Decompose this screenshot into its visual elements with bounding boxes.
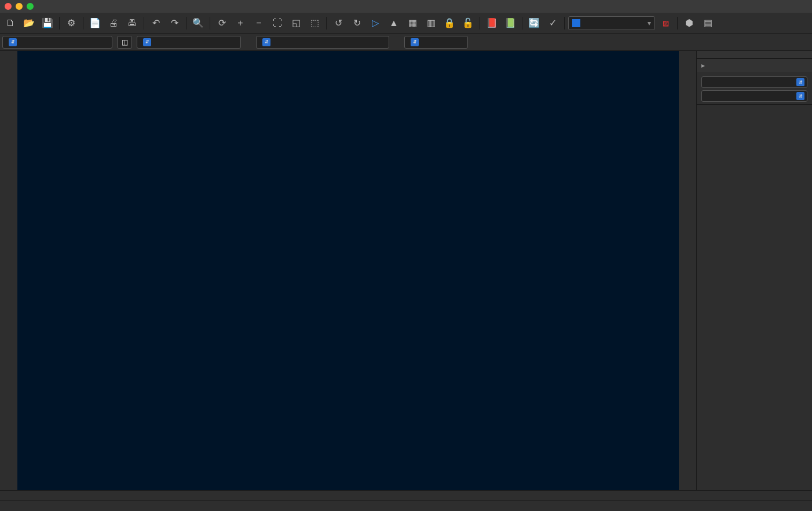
plot-icon[interactable]: 🖶 [124,15,140,31]
presets-selector[interactable]: ⇵ [701,76,807,88]
open-icon[interactable]: 📂 [21,15,37,31]
zoom-selection-icon[interactable]: ⬚ [306,15,323,31]
pcb-canvas[interactable] [17,51,679,490]
minimize-window-icon[interactable] [16,3,23,10]
footprint-browser-icon[interactable]: 📗 [502,15,518,31]
print-icon[interactable]: 🖨 [105,15,122,31]
layer-display-options[interactable] [697,58,812,72]
drc-icon[interactable]: ✓ [544,15,561,31]
window-controls [5,3,34,10]
status-bar-stats [0,490,812,501]
update-pcb-icon[interactable]: 🔄 [526,15,542,31]
right-toolbar [679,51,696,490]
zoom-fit-icon[interactable]: ⛶ [269,15,286,31]
group-icon[interactable]: ▦ [404,15,420,31]
undo-icon[interactable]: ↶ [148,15,164,31]
new-board-icon[interactable]: 🗋 [2,15,19,31]
auto-track-width-icon[interactable]: ◫ [117,36,132,49]
appearance-panel: ⇵ ⇵ [696,51,812,490]
active-layer-selector[interactable]: ▾ [568,16,655,30]
ungroup-icon[interactable]: ▥ [423,15,439,31]
scripting-console-icon[interactable]: ▤ [700,15,716,31]
via-size-selector[interactable]: ⇵ [137,36,241,49]
layer-swatch-icon [572,19,580,27]
lock-icon[interactable]: 🔒 [441,15,458,31]
titlebar [0,0,812,13]
selection-filter [697,104,812,112]
find-icon[interactable]: 🔍 [190,15,206,31]
status-bar-info [0,501,812,511]
page-settings-icon[interactable]: 📄 [87,15,103,31]
close-window-icon[interactable] [5,3,12,10]
left-toolbar [0,51,17,490]
zoom-refresh-icon[interactable]: ⟳ [214,15,230,31]
3d-viewer-icon[interactable]: ⬢ [681,15,697,31]
footprint-editor-icon[interactable]: 📕 [484,15,500,31]
mirror-v-icon[interactable]: ▷ [367,15,383,31]
zoom-out-icon[interactable]: − [251,15,267,31]
board-setup-icon[interactable]: ⚙ [63,15,79,31]
unlock-icon[interactable]: 🔓 [460,15,476,31]
rotate-cw-icon[interactable]: ↻ [349,15,365,31]
redo-icon[interactable]: ↷ [166,15,182,31]
options-toolbar: ⇵ ◫ ⇵ ⇵ ⇵ [0,34,812,51]
layer-pair-icon[interactable]: ▨ [657,15,674,31]
mirror-h-icon[interactable]: ▲ [386,15,402,31]
main-toolbar: 🗋 📂 💾 ⚙ 📄 🖨 🖶 ↶ ↷ 🔍 ⟳ + − ⛶ ◱ ⬚ ↺ ↻ ▷ ▲ … [0,13,812,34]
viewports-selector[interactable]: ⇵ [701,90,807,102]
zoom-in-icon[interactable]: + [232,15,248,31]
save-icon[interactable]: 💾 [39,15,56,31]
appearance-title [697,51,812,58]
rotate-ccw-icon[interactable]: ↺ [330,15,346,31]
grid-selector[interactable]: ⇵ [256,36,389,49]
chevron-down-icon: ▾ [648,19,651,27]
zoom-objects-icon[interactable]: ◱ [288,15,304,31]
track-width-selector[interactable]: ⇵ [2,36,112,49]
zoom-selector[interactable]: ⇵ [404,36,468,49]
zoom-window-icon[interactable] [27,3,34,10]
